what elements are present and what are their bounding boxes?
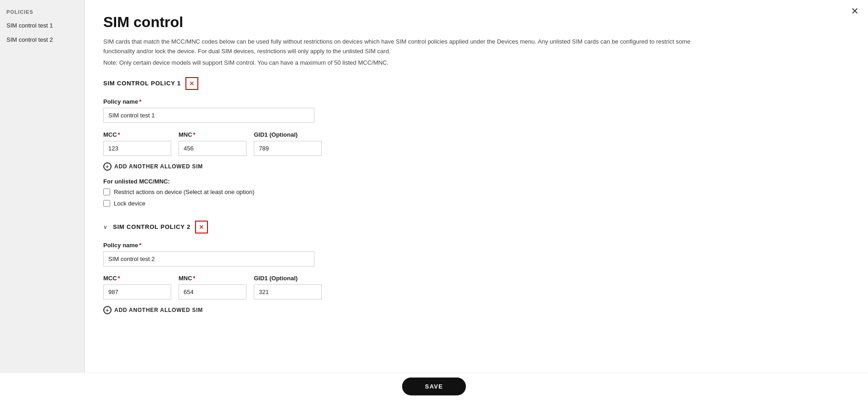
sidebar-item-1[interactable]: SIM control test 2 bbox=[0, 33, 84, 47]
policy-2-fields-row: MCC* MNC* GID1 (Optional) bbox=[103, 275, 850, 300]
policy-1-header: SIM CONTROL POLICY 1 ✕ bbox=[103, 77, 850, 90]
policy-1-mcc-input[interactable] bbox=[103, 141, 171, 156]
description-line1: SIM cards that match the MCC/MNC codes b… bbox=[103, 37, 700, 56]
policy-2-remove-button[interactable]: ✕ bbox=[195, 221, 208, 233]
policy-1-mcc-label: MCC* bbox=[103, 131, 171, 138]
policy-2-mcc-label: MCC* bbox=[103, 275, 171, 282]
sidebar: POLICIES SIM control test 1 SIM control … bbox=[0, 0, 85, 400]
policy-2-add-sim-label: ADD ANOTHER ALLOWED SIM bbox=[114, 307, 203, 313]
policy-1-lock-checkbox[interactable] bbox=[103, 200, 110, 207]
policy-2-header: ∨ SIM CONTROL POLICY 2 ✕ bbox=[103, 221, 850, 233]
policy-2-name-input[interactable] bbox=[103, 251, 314, 267]
policy-1-add-sim-label: ADD ANOTHER ALLOWED SIM bbox=[114, 163, 203, 170]
policy-1-lock-row: Lock device bbox=[103, 200, 850, 207]
policy-1-mnc-input[interactable] bbox=[179, 141, 246, 156]
policy-1-restrict-row: Restrict actions on device (Select at le… bbox=[103, 189, 850, 195]
policy-1-mnc-group: MNC* bbox=[179, 131, 246, 156]
policy-2-name-label: Policy name* bbox=[103, 242, 850, 249]
collapse-icon: ∨ bbox=[103, 224, 107, 230]
policy-1-mcc-group: MCC* bbox=[103, 131, 171, 156]
save-button[interactable]: SAVE bbox=[402, 378, 466, 395]
policy-1-restrict-label: Restrict actions on device (Select at le… bbox=[114, 189, 254, 195]
policy-1-fields-row: MCC* MNC* GID1 (Optional) bbox=[103, 131, 850, 156]
policy-1-gid-input[interactable] bbox=[254, 141, 322, 156]
page-title: SIM control bbox=[103, 14, 850, 31]
policy-2-mnc-group: MNC* bbox=[179, 275, 246, 300]
policy-2-mcc-input[interactable] bbox=[103, 284, 171, 300]
policy-1-lock-label: Lock device bbox=[114, 200, 146, 207]
policy-2-gid-label: GID1 (Optional) bbox=[254, 275, 322, 282]
policy-2-mcc-group: MCC* bbox=[103, 275, 171, 300]
policy-1-title: SIM CONTROL POLICY 1 bbox=[103, 80, 181, 87]
main-content: ✕ SIM control SIM cards that match the M… bbox=[85, 0, 868, 400]
add-sim-icon: + bbox=[103, 162, 112, 171]
policy-1-unlisted-label: For unlisted MCC/MNC: bbox=[103, 178, 850, 185]
policy-section-1: SIM CONTROL POLICY 1 ✕ Policy name* MCC*… bbox=[103, 77, 850, 207]
save-bar: SAVE bbox=[0, 372, 868, 400]
policy-1-mnc-label: MNC* bbox=[179, 131, 246, 138]
policy-2-mnc-input[interactable] bbox=[179, 284, 246, 300]
policy-2-add-sim-button[interactable]: + ADD ANOTHER ALLOWED SIM bbox=[103, 306, 203, 314]
add-sim-2-icon: + bbox=[103, 306, 112, 314]
policy-1-remove-button[interactable]: ✕ bbox=[185, 77, 198, 90]
policy-1-restrict-checkbox[interactable] bbox=[103, 189, 110, 195]
policy-1-add-sim-button[interactable]: + ADD ANOTHER ALLOWED SIM bbox=[103, 162, 203, 171]
policy-1-name-input[interactable] bbox=[103, 108, 314, 123]
policy-2-gid-group: GID1 (Optional) bbox=[254, 275, 322, 300]
policy-1-gid-label: GID1 (Optional) bbox=[254, 131, 322, 138]
policy-2-gid-input[interactable] bbox=[254, 284, 322, 300]
policy-1-name-label: Policy name* bbox=[103, 98, 850, 105]
policy-section-2: ∨ SIM CONTROL POLICY 2 ✕ Policy name* MC… bbox=[103, 221, 850, 314]
policy-2-title: SIM CONTROL POLICY 2 bbox=[113, 223, 190, 230]
policy-1-gid-group: GID1 (Optional) bbox=[254, 131, 322, 156]
policy-2-mnc-label: MNC* bbox=[179, 275, 246, 282]
sidebar-item-0[interactable]: SIM control test 1 bbox=[0, 18, 84, 33]
description-line2: Note: Only certain device models will su… bbox=[103, 59, 850, 66]
close-button[interactable]: ✕ bbox=[851, 6, 859, 16]
sidebar-header: POLICIES bbox=[0, 5, 84, 18]
